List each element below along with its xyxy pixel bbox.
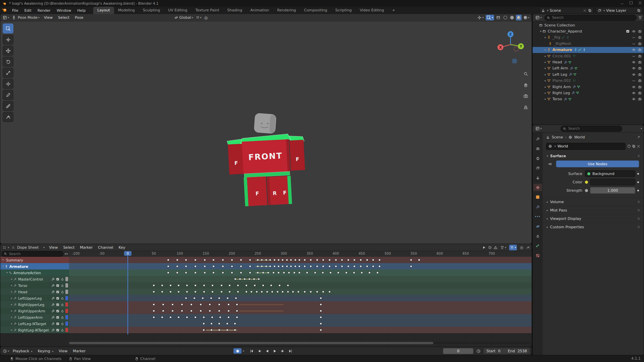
keyframe[interactable] [360, 265, 362, 267]
keyframe[interactable] [246, 291, 247, 293]
keyframe[interactable] [212, 285, 213, 286]
perspective-toggle-icon[interactable] [523, 105, 528, 110]
keyframe[interactable] [200, 304, 202, 305]
unlink-datablock-icon[interactable] [637, 144, 640, 148]
keyframe[interactable] [203, 323, 205, 324]
tool-transform[interactable] [3, 79, 13, 89]
keyframe[interactable] [254, 285, 256, 286]
keyframe[interactable] [228, 316, 229, 318]
outliner-row[interactable]: ▸ Left Leg [533, 71, 644, 77]
keyframe[interactable] [341, 265, 343, 267]
keyframe[interactable] [203, 291, 205, 293]
horizontal-scrollbar[interactable] [69, 342, 530, 344]
keyframe[interactable] [203, 316, 205, 318]
channel-row[interactable]: ▸ LeftUpperArm [0, 314, 69, 320]
menu-help[interactable]: Help [74, 7, 89, 14]
expand-icon[interactable]: ▸ [11, 309, 12, 312]
keyframe[interactable] [185, 265, 187, 267]
zoom-tool-icon[interactable] [523, 71, 528, 76]
keyframe[interactable] [204, 259, 206, 261]
camera-view-icon[interactable] [523, 94, 528, 99]
keyframe[interactable] [306, 272, 308, 274]
playhead-snap-icon[interactable] [482, 246, 486, 249]
keyframe[interactable] [237, 285, 239, 286]
keyframe[interactable] [213, 272, 214, 274]
keyframe[interactable] [299, 272, 300, 274]
expand-icon[interactable]: ▸ [545, 98, 546, 101]
keyframe[interactable] [227, 297, 228, 299]
keyframe-hold-bar[interactable] [239, 310, 284, 312]
color-swatch[interactable] [590, 179, 635, 185]
keyframe[interactable] [262, 272, 264, 274]
keyframe[interactable] [294, 259, 296, 261]
shading-wireframe-button[interactable] [502, 15, 508, 20]
expand-icon[interactable]: ▸ [545, 67, 546, 70]
keyframe[interactable] [218, 323, 220, 324]
keyframe[interactable] [369, 272, 370, 274]
keyframe[interactable] [269, 265, 271, 267]
outliner-row[interactable]: _RigMesh [533, 41, 644, 47]
strength-value-field[interactable]: 1.000 [590, 187, 635, 194]
tool-scale[interactable] [3, 68, 13, 78]
breadcrumb-scene[interactable]: Scene [552, 135, 563, 139]
channel-key-row[interactable] [69, 276, 532, 282]
keyframe[interactable] [271, 291, 273, 293]
workspace-tab-sculpting[interactable]: Sculpting [139, 7, 164, 14]
animate-property-icon[interactable] [637, 181, 639, 183]
keyframe[interactable] [167, 259, 169, 261]
keyframe[interactable] [304, 259, 306, 261]
keyframe[interactable] [257, 272, 259, 274]
keyframe[interactable] [294, 265, 296, 267]
dope-mode-selector[interactable]: Dope Sheet▾ [11, 245, 46, 250]
timeline-menu-keying[interactable]: Keying ▾ [35, 348, 56, 354]
dope-menu-select[interactable]: Select [60, 244, 77, 251]
end-frame-field[interactable]: 2538 [518, 349, 527, 353]
timeline-menu-view[interactable]: View [56, 348, 70, 354]
properties-tab-physics[interactable] [533, 223, 542, 230]
keyframe[interactable] [195, 285, 196, 286]
keyframe[interactable] [262, 285, 264, 286]
keyframe[interactable] [310, 291, 312, 293]
keyframe[interactable] [213, 265, 214, 267]
panel-mist-pass[interactable]: ▸Mist Pass≣ [543, 206, 644, 214]
keyframe[interactable] [211, 316, 213, 318]
keyframe[interactable] [234, 323, 236, 324]
outliner-row[interactable]: ▸ Circle.001 [533, 53, 644, 59]
keyframe[interactable] [191, 304, 192, 305]
keyframe[interactable] [335, 265, 337, 267]
keyframe[interactable] [186, 316, 188, 318]
keyframe[interactable] [279, 285, 280, 286]
tool-pose-breakdowner[interactable] [3, 112, 13, 122]
properties-tab-texture[interactable] [533, 252, 542, 259]
keyframe[interactable] [320, 310, 322, 312]
close-button[interactable] [638, 1, 642, 5]
eye-toggle[interactable] [632, 97, 636, 101]
editor-type-button[interactable]: ▾ [2, 245, 10, 250]
auto-key-dropdown[interactable]: ▾ [243, 350, 244, 353]
keyframe[interactable] [270, 285, 272, 286]
outliner-row[interactable]: ▸ Armature [533, 47, 644, 53]
menu-file[interactable]: File [9, 7, 21, 14]
channel-key-row[interactable] [69, 263, 532, 269]
viewport-menu-pose[interactable]: Pose [72, 14, 86, 21]
dope-menu-key[interactable]: Key [116, 244, 128, 251]
keyframe[interactable] [256, 291, 258, 293]
transform-orientation-selector[interactable]: Global▾ [173, 15, 194, 20]
keyframe[interactable] [257, 259, 259, 261]
keyframe[interactable] [231, 272, 233, 274]
keyframe[interactable] [320, 297, 322, 299]
keyframe[interactable] [221, 285, 222, 286]
camera-toggle[interactable] [638, 48, 642, 52]
keyframe[interactable] [240, 265, 242, 267]
keyframe[interactable] [170, 316, 171, 318]
timeline-menu-playback[interactable]: Playback ▾ [10, 348, 35, 354]
keyframe[interactable] [372, 259, 374, 261]
keyframe[interactable] [287, 291, 289, 293]
keyframe[interactable] [221, 291, 222, 293]
collapse-icon[interactable]: ▾ [540, 30, 541, 33]
new-view-layer-icon[interactable] [637, 9, 641, 12]
eye-toggle[interactable] [632, 85, 636, 89]
play-reverse-button[interactable] [264, 348, 271, 354]
expand-icon[interactable]: ▸ [11, 316, 12, 319]
tool-select-box[interactable] [3, 23, 13, 34]
